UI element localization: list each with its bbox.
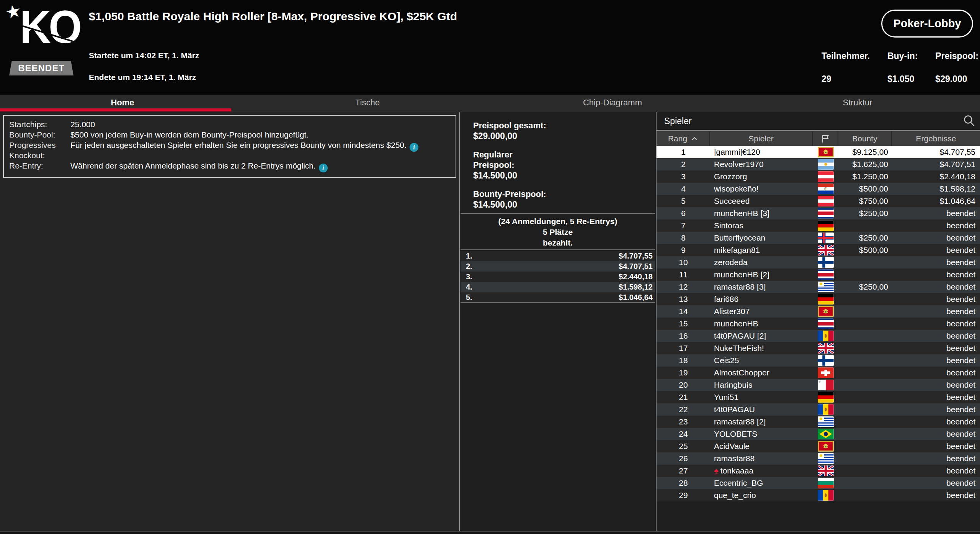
player-row[interactable]: 29que_te_criobeendet xyxy=(657,489,980,501)
player-row[interactable]: 23ramastar88 [2]beendet xyxy=(657,416,980,428)
player-name: AcidVaule xyxy=(710,442,813,451)
start-time: Startete um 14:02 ET, 1. März xyxy=(89,51,199,60)
player-row[interactable]: 25AcidVaulebeendet xyxy=(657,440,980,452)
player-row[interactable]: 11munchenHB [2]beendet xyxy=(657,269,980,281)
player-row[interactable]: 3Grozzorg$1.250,00$2.440,18 xyxy=(657,170,980,183)
player-result: beendet xyxy=(892,246,980,255)
column-header-bounty[interactable]: Bounty xyxy=(838,131,892,146)
tab-tische[interactable]: Tische xyxy=(245,95,490,111)
info-row-text: Während der späten Anmeldephase sind bis… xyxy=(70,161,450,172)
player-flag-uruguay xyxy=(813,453,838,464)
player-rank: 18 xyxy=(657,356,710,365)
player-row[interactable]: 16t4t0PAGAU [2]beendet xyxy=(657,330,980,342)
poker-lobby-button[interactable]: Poker-Lobby xyxy=(881,10,973,38)
player-name-text: tonkaaaa xyxy=(720,466,753,475)
player-result: beendet xyxy=(892,258,980,267)
tab-chip-diagramm[interactable]: Chip-Diagramm xyxy=(490,95,735,111)
player-row[interactable]: 4wisopekeño!$500,00$1.598,12 xyxy=(657,183,980,195)
player-row[interactable]: 18Ceis25beendet xyxy=(657,354,980,367)
player-row[interactable]: 7Sintorasbeendet xyxy=(657,219,980,232)
player-name-text: munchenHB xyxy=(714,319,758,328)
payout-row: 4.$1.598,12 xyxy=(461,282,655,292)
player-rank: 27 xyxy=(657,466,710,475)
player-name: ramastar88 xyxy=(710,454,813,463)
column-header-rank[interactable]: Rang xyxy=(657,131,710,146)
info-icon[interactable]: i xyxy=(410,143,418,152)
player-bounty: $500,00 xyxy=(838,246,892,255)
player-row[interactable]: 8Butterflyocean$250,00beendet xyxy=(657,232,980,244)
column-header-flag[interactable] xyxy=(813,131,838,146)
prize-total-label: Bounty-Preispool: xyxy=(473,189,634,199)
player-flag-costa-rica xyxy=(813,318,838,329)
prize-total-value: $14.500,00 xyxy=(473,170,634,181)
player-result: $4.707,51 xyxy=(892,160,980,169)
player-rank: 21 xyxy=(657,393,710,402)
player-name-text: NukeTheFish! xyxy=(714,344,764,353)
player-flag-uruguay xyxy=(813,282,838,292)
player-name-text: AcidVaule xyxy=(714,442,750,451)
player-row[interactable]: 6munchenHB [3]$250,00beendet xyxy=(657,207,980,219)
player-row[interactable]: 19AlmostChopperbeendet xyxy=(657,367,980,379)
player-row[interactable]: 22t4t0PAGAUbeendet xyxy=(657,403,980,416)
player-flag-united-kingdom xyxy=(813,343,838,354)
player-name: Eccentric_BG xyxy=(710,478,813,488)
player-flag-paraguay xyxy=(813,183,838,194)
payout-row: 5.$1.046,64 xyxy=(461,292,655,303)
player-result: beendet xyxy=(892,380,980,390)
stat-value: $29.000 xyxy=(935,74,978,84)
column-header-results[interactable]: Ergebnisse xyxy=(892,131,980,146)
player-result: beendet xyxy=(892,295,980,304)
player-row[interactable]: 21Yuni51beendet xyxy=(657,391,980,403)
player-name-text: Ceis25 xyxy=(714,356,739,365)
player-row[interactable]: 20Haringbuisbeendet xyxy=(657,379,980,391)
player-name-text: zerodeda xyxy=(714,258,748,267)
search-icon[interactable] xyxy=(962,113,977,129)
player-rank: 12 xyxy=(657,282,710,292)
prize-totals: Preispool gesamt:$29.000,00Regulärer Pre… xyxy=(473,120,634,218)
player-result: beendet xyxy=(892,209,980,218)
player-name-text: Sintoras xyxy=(714,221,743,230)
player-name-text: Haringbuis xyxy=(714,380,752,390)
player-rank: 20 xyxy=(657,380,710,390)
stat-label: Buy-in: xyxy=(887,51,918,61)
player-row[interactable]: 9mikefagan81$500,00beendet xyxy=(657,244,980,256)
player-rank: 6 xyxy=(657,209,710,218)
player-row[interactable]: 15munchenHBbeendet xyxy=(657,318,980,330)
player-row[interactable]: 12ramastar88 [3]$250,00beendet xyxy=(657,281,980,293)
player-flag-montenegro xyxy=(813,441,838,452)
info-row-text: 25.000 xyxy=(70,119,450,129)
player-name-text: t4t0PAGAU [2] xyxy=(714,331,766,341)
player-row[interactable]: 13fari686beendet xyxy=(657,293,980,305)
player-bounty: $500,00 xyxy=(838,184,892,193)
player-name-text: Eccentric_BG xyxy=(714,478,763,488)
player-flag-austria xyxy=(813,196,838,206)
player-row[interactable]: 5Succeeed$750,00$1.046,64 xyxy=(657,195,980,207)
info-icon[interactable]: i xyxy=(319,164,328,172)
payout-amount: $4.707,55 xyxy=(619,252,655,260)
stat-value: $1.050 xyxy=(887,74,918,84)
player-row[interactable]: 28Eccentric_BGbeendet xyxy=(657,477,980,489)
places-paid-line1: 5 Plätze xyxy=(461,227,655,238)
player-rank: 11 xyxy=(657,270,710,279)
player-row[interactable]: 14Alister307beendet xyxy=(657,305,980,318)
player-name: que_te_crio xyxy=(710,491,813,500)
player-row[interactable]: 17NukeTheFish!beendet xyxy=(657,342,980,354)
player-flag-united-kingdom xyxy=(813,245,838,256)
player-result: beendet xyxy=(892,307,980,316)
player-name: Grozzorg xyxy=(710,172,813,181)
payout-amount: $4.707,51 xyxy=(619,262,655,271)
player-row[interactable]: 24YOLOBETSbeendet xyxy=(657,428,980,440)
player-row[interactable]: 1|gammi|€120$9.125,00$4.707,55 xyxy=(657,146,980,158)
player-rank: 22 xyxy=(657,405,710,414)
player-result: beendet xyxy=(892,417,980,426)
player-flag-united-kingdom xyxy=(813,465,838,476)
payout-amount: $1.598,12 xyxy=(619,283,655,292)
player-row[interactable]: 26ramastar88beendet xyxy=(657,452,980,465)
player-row[interactable]: 2Revolver1970$1.625,00$4.707,51 xyxy=(657,158,980,170)
player-row[interactable]: 27♠tonkaaaabeendet xyxy=(657,465,980,477)
player-name-text: Butterflyocean xyxy=(714,233,765,242)
tab-struktur[interactable]: Struktur xyxy=(735,95,980,111)
column-header-player[interactable]: Spieler xyxy=(710,131,813,146)
player-row[interactable]: 10zerodedabeendet xyxy=(657,256,980,269)
tournament-lobby-window: ★ KO BEENDET $1,050 Battle Royale High R… xyxy=(0,0,980,534)
